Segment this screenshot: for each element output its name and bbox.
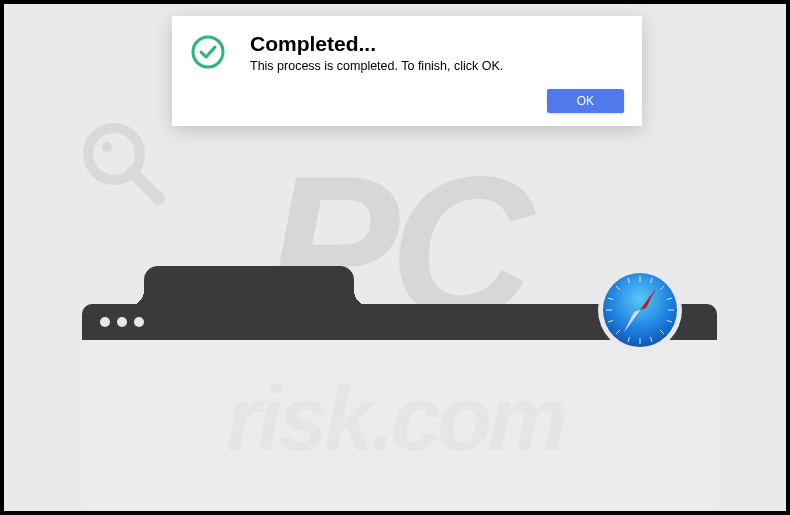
dialog-message: This process is completed. To finish, cl… — [250, 59, 624, 73]
completion-dialog: Completed... This process is completed. … — [172, 16, 642, 126]
magnifier-watermark-icon — [74, 114, 174, 218]
ok-button[interactable]: OK — [547, 89, 624, 113]
svg-point-3 — [193, 37, 223, 67]
minimize-window-button[interactable] — [117, 317, 127, 327]
checkmark-circle-icon — [190, 34, 230, 110]
close-window-button[interactable] — [100, 317, 110, 327]
dialog-title: Completed... — [250, 32, 624, 56]
maximize-window-button[interactable] — [134, 317, 144, 327]
svg-line-1 — [132, 172, 159, 199]
browser-content-area — [82, 340, 717, 511]
svg-point-2 — [102, 142, 112, 152]
safari-icon — [596, 266, 684, 354]
browser-tab[interactable] — [144, 266, 354, 306]
